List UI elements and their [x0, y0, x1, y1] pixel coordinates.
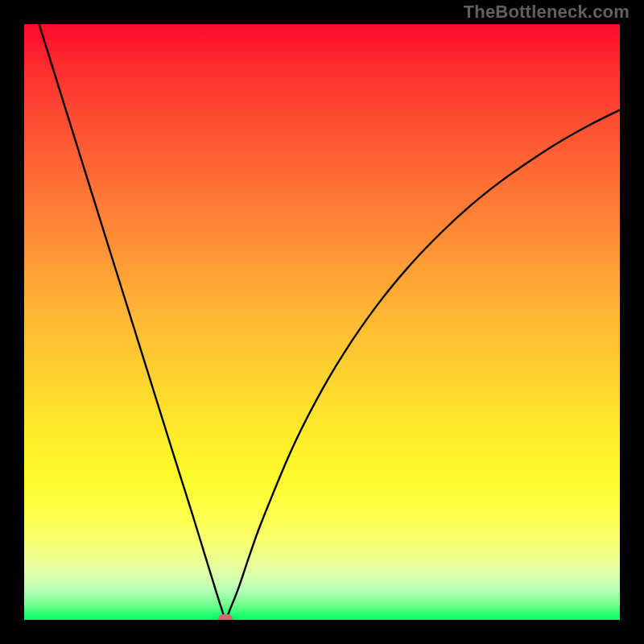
plot-area	[24, 24, 620, 620]
minimum-marker	[218, 614, 233, 620]
chart-frame: TheBottleneck.com	[0, 0, 644, 644]
watermark-text: TheBottleneck.com	[464, 2, 630, 23]
bottleneck-curve-path	[24, 24, 620, 619]
curve-svg	[24, 24, 620, 620]
